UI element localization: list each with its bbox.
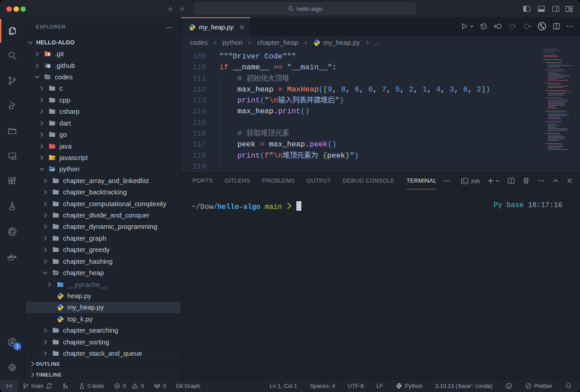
svg-text:JS: JS [52, 157, 56, 160]
